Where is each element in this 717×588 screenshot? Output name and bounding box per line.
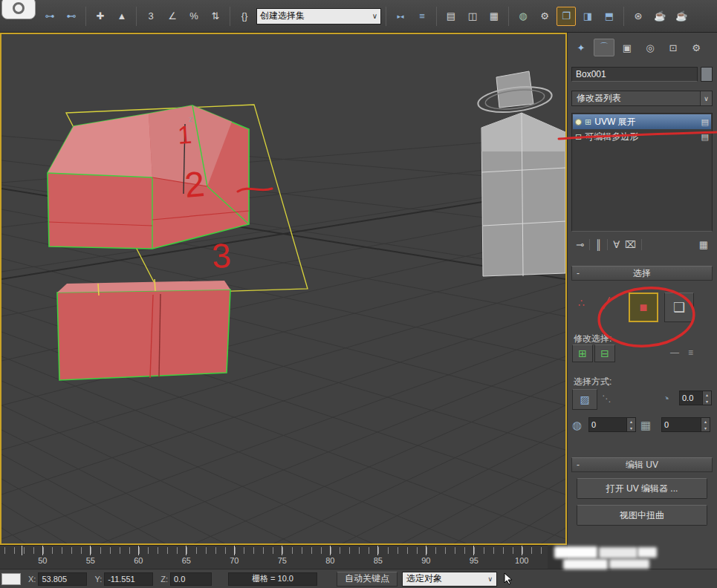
perspective-viewport[interactable]: z 1 2 3 bbox=[0, 33, 567, 545]
timeline-tick-labels: 50 55 60 65 70 75 80 85 90 95 100 bbox=[19, 556, 546, 565]
grid-select-icon[interactable]: ▦ bbox=[640, 419, 651, 432]
toolbar-separator bbox=[85, 7, 86, 26]
mirror-icon[interactable]: ▸◂ bbox=[391, 7, 410, 26]
spinner-up-icon[interactable]: ▴ bbox=[627, 418, 635, 425]
spinner-snap-icon[interactable]: ⇅ bbox=[206, 7, 225, 26]
uv-seam-mark bbox=[155, 279, 155, 291]
percent-snap-icon[interactable]: % bbox=[184, 7, 204, 26]
select-and-move-icon[interactable]: ✚ bbox=[91, 7, 110, 26]
show-end-result-icon[interactable]: ║ bbox=[595, 239, 602, 250]
shrink-selection-button[interactable]: ⊟ bbox=[594, 344, 615, 362]
distort-in-view-button[interactable]: 视图中扭曲 bbox=[577, 505, 707, 526]
named-selection-set-value: 创建选择集 bbox=[260, 10, 305, 22]
modify-tab[interactable]: ⌒ bbox=[594, 39, 614, 56]
application-menu-button[interactable] bbox=[1, 0, 36, 19]
spinner-down-icon[interactable]: ▾ bbox=[627, 425, 635, 431]
viewport-canvas: z 1 2 3 bbox=[1, 34, 565, 543]
x-coordinate-field[interactable]: 53.805 bbox=[38, 572, 87, 586]
edit-named-selection-sets-icon[interactable]: {} bbox=[235, 7, 254, 26]
auto-key-button[interactable]: 自动关键点 bbox=[337, 572, 398, 587]
spinner-up-icon[interactable]: ▴ bbox=[703, 391, 711, 398]
snaps-toggle-icon[interactable]: 3 bbox=[141, 7, 160, 26]
rendered-frame-window-icon[interactable]: ❐ bbox=[557, 7, 576, 26]
selection-rollout-header[interactable]: - 选择 bbox=[571, 266, 713, 281]
modifier-enabled-bulb-icon[interactable] bbox=[575, 119, 582, 125]
render-production-icon[interactable]: ◨ bbox=[578, 7, 597, 26]
render-teapot-2-icon[interactable]: ☕ bbox=[672, 7, 691, 26]
named-selection-set-dropdown[interactable]: 创建选择集 ∨ bbox=[256, 8, 381, 24]
remove-modifier-icon[interactable]: ⌧ bbox=[625, 239, 636, 250]
create-tab[interactable]: ✦ bbox=[571, 39, 591, 56]
select-by-label: 选择方式: bbox=[574, 376, 611, 388]
object-name-field[interactable]: Box001 bbox=[571, 67, 698, 82]
timeline-tick-label: 60 bbox=[114, 556, 163, 565]
z-coordinate-field[interactable]: 0.0 bbox=[170, 572, 212, 586]
modifier-label: 可编辑多边形 bbox=[585, 131, 638, 143]
reference-box-object[interactable] bbox=[476, 71, 565, 276]
use-selection-center-icon[interactable]: ▲ bbox=[112, 7, 132, 26]
grow-selection-button[interactable]: ⊞ bbox=[572, 344, 593, 362]
polygon-subobject-button[interactable]: ■ bbox=[629, 293, 658, 322]
modifier-stack-row-editable-poly[interactable]: ⊡ 可编辑多边形 ▤ bbox=[573, 129, 711, 144]
edge-subobject-icon[interactable]: ╱ bbox=[603, 297, 609, 309]
view-layout-icon[interactable]: ⬒ bbox=[600, 7, 619, 26]
blurred-watermark bbox=[609, 559, 649, 569]
make-unique-icon[interactable]: ∀ bbox=[613, 239, 620, 250]
hierarchy-tab[interactable]: ▣ bbox=[617, 39, 637, 56]
align-icon[interactable]: ≡ bbox=[412, 7, 432, 26]
listener-stub[interactable] bbox=[1, 573, 21, 585]
ring-select-icon[interactable]: — bbox=[670, 347, 679, 358]
spinner-up-icon[interactable]: ▴ bbox=[701, 418, 710, 425]
z-coordinate-label: Z: bbox=[160, 575, 168, 584]
blurred-watermark bbox=[554, 546, 597, 558]
sphere-select-spinner[interactable]: 0 ▴▾ bbox=[588, 417, 636, 432]
select-and-link-icon[interactable]: ⊶ bbox=[40, 7, 59, 26]
open-uv-editor-button[interactable]: 打开 UV 编辑器 ... bbox=[577, 478, 707, 499]
grid-select-spinner[interactable]: 0 ▴▾ bbox=[661, 417, 710, 432]
modifier-label: UVW 展开 bbox=[594, 116, 635, 128]
edit-uv-rollout-header[interactable]: - 编辑 UV bbox=[571, 457, 713, 472]
render-teapot-icon[interactable]: ☕ bbox=[650, 7, 669, 26]
modifier-page-icon: ▤ bbox=[701, 132, 709, 142]
render-setup-icon[interactable]: ⚙ bbox=[535, 7, 554, 26]
lasso-select-icon[interactable]: ⋱ bbox=[602, 393, 611, 404]
timeline-tick-label: 65 bbox=[163, 556, 211, 565]
toolbar-separator bbox=[623, 7, 624, 26]
modify-selection-label: 修改选择: bbox=[574, 333, 611, 345]
y-coordinate-field[interactable]: -11.551 bbox=[104, 572, 153, 586]
loop-select-icon[interactable]: ≡ bbox=[688, 347, 693, 358]
motion-tab[interactable]: ◎ bbox=[640, 39, 661, 56]
modifier-stack-toolbar: ⊸ ║ ∀ ⌧ ▦ bbox=[571, 235, 713, 254]
spinner-down-icon[interactable]: ▾ bbox=[703, 398, 711, 405]
planar-select-button[interactable]: ▨ bbox=[572, 389, 597, 410]
render-iterative-icon[interactable]: ⊛ bbox=[629, 7, 648, 26]
timeline-tick-label: 75 bbox=[259, 556, 307, 565]
configure-modifier-sets-icon[interactable]: ▦ bbox=[699, 239, 708, 250]
timeline-ruler[interactable]: 50 55 60 65 70 75 80 85 90 95 100 bbox=[0, 545, 548, 569]
material-editor-icon[interactable]: ◍ bbox=[513, 7, 533, 26]
planar-angle-spinner[interactable]: 0.0 ▴▾ bbox=[679, 391, 712, 405]
timeline-tick-label: 80 bbox=[306, 556, 354, 565]
vertex-subobject-icon[interactable]: ∴ bbox=[578, 297, 585, 309]
layer-manager-icon[interactable]: ▤ bbox=[441, 7, 461, 26]
toolbar-separator bbox=[386, 7, 386, 26]
separator bbox=[607, 239, 608, 250]
grow-icon: ⊞ bbox=[578, 347, 587, 359]
pin-stack-icon[interactable]: ⊸ bbox=[576, 239, 584, 250]
angle-snap-icon[interactable]: ∠ bbox=[163, 7, 182, 26]
element-subobject-button[interactable]: ❑ bbox=[664, 293, 694, 322]
utilities-tab[interactable]: ⚙ bbox=[686, 39, 707, 56]
spinner-down-icon[interactable]: ▾ bbox=[701, 425, 710, 431]
modifier-list-dropdown[interactable]: 修改器列表 ∨ bbox=[571, 91, 713, 106]
bind-to-spacewarp-icon[interactable]: ⊷ bbox=[62, 7, 81, 26]
status-bar: X: 53.805 Y: -11.551 Z: 0.0 栅格 = 10.0 自动… bbox=[0, 569, 717, 588]
modifier-stack-row-uvw-unwrap[interactable]: ⊞ UVW 展开 ▤ bbox=[573, 114, 711, 129]
schematic-view-icon[interactable]: ▦ bbox=[484, 7, 504, 26]
object-color-swatch[interactable] bbox=[701, 67, 713, 82]
sphere-select-icon[interactable]: ◍ bbox=[572, 419, 582, 432]
curve-editor-icon[interactable]: ◫ bbox=[463, 7, 482, 26]
modifier-type-icon: ⊞ bbox=[585, 117, 591, 127]
selection-filter-dropdown[interactable]: 选定对象 ∨ bbox=[402, 572, 497, 587]
display-tab[interactable]: ⊡ bbox=[663, 39, 684, 56]
planar-angle-value: 0.0 bbox=[680, 391, 702, 405]
